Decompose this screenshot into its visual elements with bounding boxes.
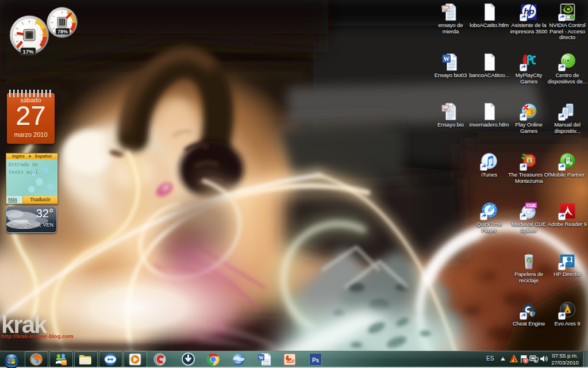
svg-text:Ps: Ps — [312, 357, 320, 363]
svg-text:GO: GO — [564, 304, 568, 307]
svg-text:CUE: CUE — [526, 203, 536, 208]
svg-text:W: W — [443, 56, 449, 62]
svg-text:78%: 78% — [57, 29, 68, 34]
svg-text:17%: 17% — [22, 48, 34, 55]
svg-text:W: W — [259, 355, 264, 361]
svg-text:http://krak-in.over-blog.com: http://krak-in.over-blog.com — [1, 333, 74, 339]
